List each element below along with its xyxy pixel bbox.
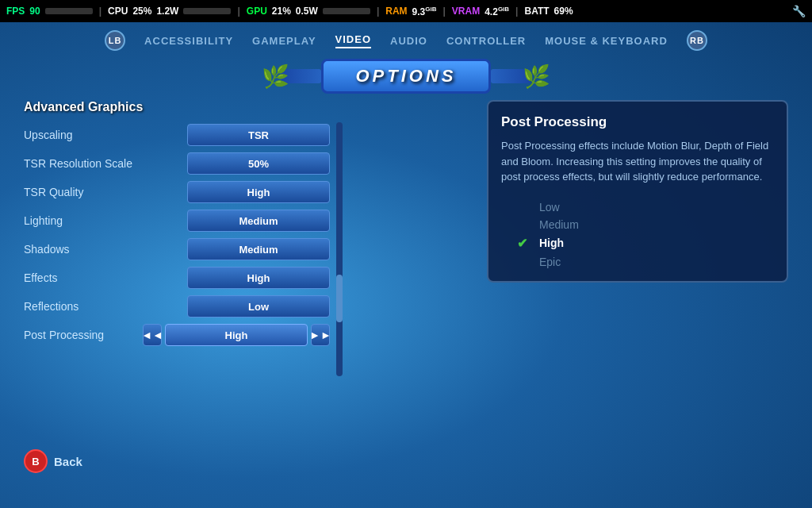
quality-label-epic: Epic <box>539 256 561 268</box>
ram-label: RAM <box>385 6 407 17</box>
setting-btn-effects[interactable]: High <box>187 267 330 289</box>
cpu-percent: 25% <box>132 6 151 17</box>
setting-label-post-processing: Post Processing <box>24 329 143 341</box>
setting-control-tsr-quality: High <box>187 181 330 203</box>
setting-btn-reflections[interactable]: Low <box>187 295 330 318</box>
check-icon: ✔ <box>517 236 533 251</box>
setting-control-upscaling: TSR <box>187 124 330 146</box>
setting-label-shadows: Shadows <box>24 243 143 256</box>
arrow-left-btn[interactable]: ◄◄ <box>143 324 162 346</box>
fps-label: FPS <box>6 6 25 17</box>
banner: OPTIONS <box>321 59 490 94</box>
settings-area: Upscaling TSR TSR Resolution Scale 50% T… <box>24 122 474 376</box>
setting-label-effects: Effects <box>24 271 143 284</box>
quality-item-medium: Medium <box>517 218 774 231</box>
setting-btn-upscaling[interactable]: TSR <box>187 124 330 146</box>
vram-exp: GiB <box>498 6 509 13</box>
banner-title: OPTIONS <box>355 66 456 86</box>
nav-video[interactable]: VIDEO <box>335 33 371 48</box>
banner-wrap: 🌿 OPTIONS 🌿 <box>0 59 812 94</box>
info-desc: Post Processing effects include Motion B… <box>501 138 774 185</box>
quality-item-high: ✔ High <box>517 236 774 251</box>
vram-label: VRAM <box>452 6 480 17</box>
vram-value: 4.2GiB <box>485 6 509 17</box>
nav-accessibility[interactable]: ACCESSIBILITY <box>144 35 233 47</box>
wrench-icon: 🔧 <box>792 5 806 17</box>
setting-btn-tsr-scale[interactable]: 50% <box>187 152 330 175</box>
scrollbar-track[interactable] <box>336 122 343 376</box>
setting-row-tsr-quality: TSR Quality High <box>24 179 330 205</box>
nav-bar: LB ACCESSIBILITY GAMEPLAY VIDEO AUDIO CO… <box>0 22 812 57</box>
batt-label: BATT <box>524 6 549 17</box>
setting-label-reflections: Reflections <box>24 300 143 313</box>
leaf-left-icon: 🌿 <box>262 64 289 90</box>
gpu-percent: 21% <box>272 6 291 17</box>
setting-row-post-processing: Post Processing ◄◄ High ►► <box>24 322 330 348</box>
section-title: Advanced Graphics <box>24 100 474 114</box>
setting-control-shadows: Medium <box>187 238 330 260</box>
quality-item-epic: Epic <box>517 256 774 268</box>
setting-btn-tsr-quality[interactable]: High <box>187 181 330 203</box>
setting-control-tsr-scale: 50% <box>187 152 330 175</box>
nav-mouse-keyboard[interactable]: MOUSE & KEYBOARD <box>545 35 668 47</box>
cpu-watts: 1.2W <box>156 6 178 17</box>
b-button[interactable]: B <box>24 449 48 473</box>
setting-row-effects: Effects High <box>24 265 330 291</box>
gpu-label: GPU <box>247 6 267 17</box>
setting-label-lighting: Lighting <box>24 214 143 227</box>
lb-button[interactable]: LB <box>105 30 125 51</box>
info-title: Post Processing <box>501 114 774 130</box>
setting-btn-lighting[interactable]: Medium <box>187 210 330 232</box>
setting-label-tsr-quality: TSR Quality <box>24 186 143 198</box>
setting-control-post-processing: ◄◄ High ►► <box>143 324 330 346</box>
leaf-right-icon: 🌿 <box>523 64 550 90</box>
main-content: Advanced Graphics Upscaling TSR TSR Reso… <box>0 100 812 441</box>
left-panel: Advanced Graphics Upscaling TSR TSR Reso… <box>24 100 474 441</box>
fps-value: 90 <box>29 6 40 17</box>
quality-label-low: Low <box>539 201 560 214</box>
ram-value: 9.3GiB <box>412 6 437 17</box>
gpu-graph <box>323 8 370 14</box>
setting-row-tsr-scale: TSR Resolution Scale 50% <box>24 151 330 176</box>
scrollbar-thumb[interactable] <box>336 275 343 322</box>
setting-row-lighting: Lighting Medium <box>24 208 330 233</box>
quality-label-high: High <box>539 237 564 249</box>
nav-gameplay[interactable]: GAMEPLAY <box>252 35 316 47</box>
quality-list: Low Medium ✔ High Epic <box>501 201 774 268</box>
setting-row-upscaling: Upscaling TSR <box>24 122 330 148</box>
setting-label-upscaling: Upscaling <box>24 129 143 141</box>
quality-label-medium: Medium <box>539 218 579 231</box>
hud-bar: FPS 90 | CPU 25% 1.2W | GPU 21% 0.5W | R… <box>0 0 812 22</box>
quality-item-low: Low <box>517 201 774 214</box>
settings-list: Upscaling TSR TSR Resolution Scale 50% T… <box>24 122 330 376</box>
bottom-bar: B Back <box>0 441 812 481</box>
setting-label-tsr-scale: TSR Resolution Scale <box>24 157 143 170</box>
setting-row-shadows: Shadows Medium <box>24 237 330 262</box>
setting-row-reflections: Reflections Low <box>24 294 330 319</box>
setting-control-reflections: Low <box>187 295 330 318</box>
info-panel: Post Processing Post Processing effects … <box>487 100 788 283</box>
cpu-label: CPU <box>108 6 128 17</box>
setting-btn-post-processing[interactable]: High <box>165 324 308 346</box>
gpu-watts: 0.5W <box>296 6 318 17</box>
arrow-right-btn[interactable]: ►► <box>311 324 330 346</box>
nav-controller[interactable]: CONTROLLER <box>446 35 526 47</box>
setting-control-effects: High <box>187 267 330 289</box>
batt-value: 69% <box>554 6 573 17</box>
cpu-graph <box>183 8 231 14</box>
ram-exp: GiB <box>425 6 436 13</box>
rb-button[interactable]: RB <box>687 30 707 51</box>
fps-graph <box>45 8 93 14</box>
nav-audio[interactable]: AUDIO <box>390 35 427 47</box>
back-label: Back <box>54 455 82 468</box>
setting-control-lighting: Medium <box>187 210 330 232</box>
setting-btn-shadows[interactable]: Medium <box>187 238 330 260</box>
